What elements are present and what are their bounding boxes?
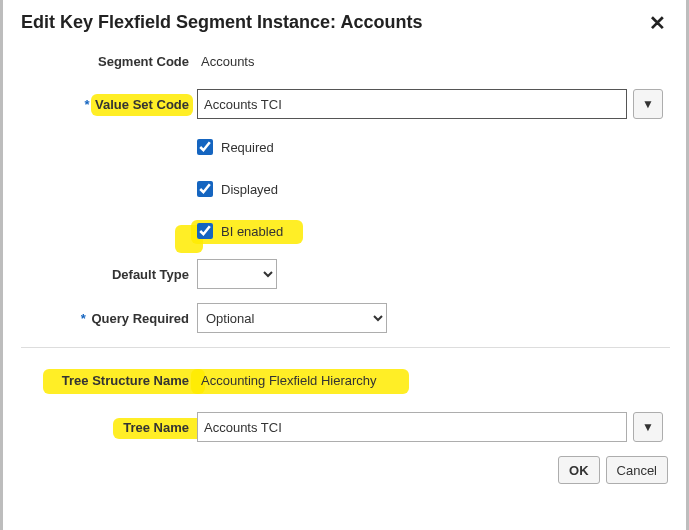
tree-name-input[interactable] (197, 412, 627, 442)
required-indicator-icon: * (81, 311, 88, 326)
row-value-set-code: * Value Set Code ▼ (21, 89, 670, 119)
displayed-checkbox[interactable] (197, 181, 213, 197)
label-displayed: Displayed (221, 182, 278, 197)
row-query-required: * Query Required Optional (21, 303, 670, 333)
label-tree-structure-name: Tree Structure Name (21, 373, 197, 388)
label-required: Required (221, 140, 274, 155)
close-button[interactable]: ✕ (645, 13, 670, 33)
ok-button[interactable]: OK (558, 456, 600, 484)
required-checkbox[interactable] (197, 139, 213, 155)
value-segment-code: Accounts (197, 54, 254, 69)
dialog-title: Edit Key Flexfield Segment Instance: Acc… (21, 12, 422, 33)
bi-enabled-checkbox[interactable] (197, 223, 213, 239)
tree-name-combobox[interactable]: ▼ (197, 412, 663, 442)
row-tree-name: Tree Name ▼ (21, 412, 670, 442)
default-type-select[interactable] (197, 259, 277, 289)
row-tree-structure-name: Tree Structure Name Accounting Flexfield… (21, 366, 670, 394)
query-required-select[interactable]: Optional (197, 303, 387, 333)
row-default-type: Default Type (21, 259, 670, 289)
cancel-button[interactable]: Cancel (606, 456, 668, 484)
value-set-code-dropdown-button[interactable]: ▼ (633, 89, 663, 119)
tree-name-dropdown-button[interactable]: ▼ (633, 412, 663, 442)
section-divider (21, 347, 670, 348)
row-displayed: Displayed (21, 175, 670, 203)
chevron-down-icon: ▼ (642, 420, 654, 434)
label-tree-name: Tree Name (21, 420, 197, 435)
label-segment-code: Segment Code (21, 54, 197, 69)
dialog-buttons: OK Cancel (21, 456, 670, 484)
value-tree-structure-name: Accounting Flexfield Hierarchy (197, 373, 377, 388)
dialog: Edit Key Flexfield Segment Instance: Acc… (0, 0, 689, 530)
label-query-required: * Query Required (21, 311, 197, 326)
label-bi-enabled: BI enabled (221, 224, 283, 239)
value-set-code-input[interactable] (197, 89, 627, 119)
titlebar: Edit Key Flexfield Segment Instance: Acc… (21, 12, 670, 33)
label-value-set-code: * Value Set Code (21, 97, 197, 112)
chevron-down-icon: ▼ (642, 97, 654, 111)
row-bi-enabled: BI enabled (21, 217, 670, 245)
label-default-type: Default Type (21, 267, 197, 282)
close-icon: ✕ (649, 12, 666, 34)
required-indicator-icon: * (84, 97, 91, 112)
value-set-code-combobox[interactable]: ▼ (197, 89, 663, 119)
row-segment-code: Segment Code Accounts (21, 47, 670, 75)
row-required: Required (21, 133, 670, 161)
